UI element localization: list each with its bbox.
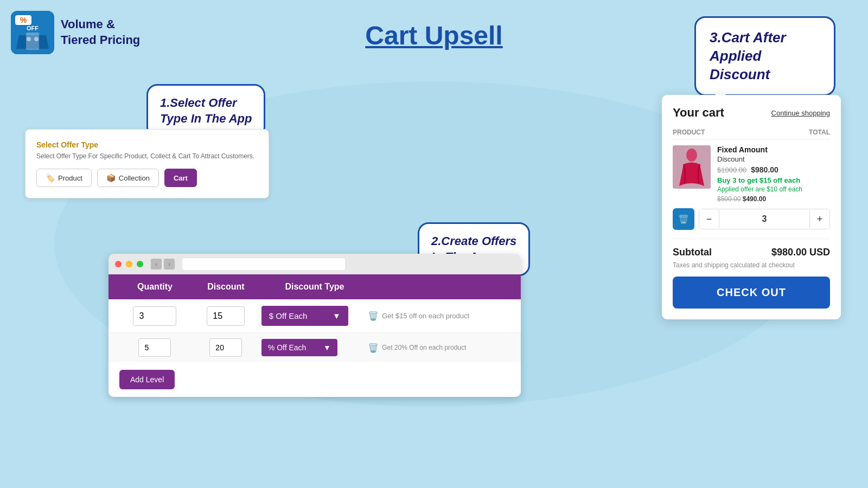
row2-type-label: % Off Each bbox=[268, 343, 307, 352]
table-row: % Off Each ▼ 🗑️ Get 20% Off on each prod… bbox=[108, 333, 521, 362]
row2-help-text: Get 20% Off on each product bbox=[382, 344, 466, 351]
app-logo-icon: % OFF bbox=[11, 11, 54, 54]
cart-item-details: Fixed Amount Discount $1000.00 $980.00 B… bbox=[717, 145, 830, 203]
row1-discount-cell bbox=[190, 306, 261, 326]
logo-area: % OFF Volume & Tiered Pricing bbox=[11, 11, 140, 54]
row2-type-dropdown-icon: ▼ bbox=[323, 343, 331, 352]
cart-item-applied: Applied offer are $10 off each bbox=[717, 185, 830, 193]
offer-type-panel: Select Offer Type Select Offer Type For … bbox=[25, 129, 269, 198]
cart-item-price-after: $490.00 bbox=[743, 195, 766, 203]
offer-type-description: Select Offer Type For Specific Product, … bbox=[36, 152, 258, 160]
table-header: Quantity Discount Discount Type bbox=[108, 274, 521, 299]
offer-type-title: Select Offer Type bbox=[36, 140, 258, 149]
row1-help-cell: 🗑️ Get $15 off on each product bbox=[368, 311, 510, 321]
row2-discount-cell bbox=[190, 338, 261, 357]
header-empty bbox=[368, 282, 510, 292]
speech-bubble-cart-after: 3.Cart After Applied Discount bbox=[694, 16, 835, 96]
cart-item-sale-price: $980.00 bbox=[751, 165, 778, 174]
browser-maximize-dot[interactable] bbox=[137, 261, 143, 267]
browser-minimize-dot[interactable] bbox=[126, 261, 132, 267]
row1-quantity-input[interactable] bbox=[133, 306, 176, 326]
row1-type-dropdown-icon: ▼ bbox=[333, 311, 341, 320]
cart-item-original-price: $1000.00 bbox=[717, 166, 746, 174]
row2-type-cell: % Off Each ▼ bbox=[261, 339, 368, 356]
offer-type-buttons: 🏷️ Product 📦 Collection Cart bbox=[36, 169, 258, 187]
cart-item-image-inner bbox=[673, 145, 711, 189]
subtotal-value: $980.00 USD bbox=[771, 247, 830, 258]
row2-help-cell: 🗑️ Get 20% Off on each product bbox=[368, 343, 510, 353]
cart-button[interactable]: Cart bbox=[164, 169, 197, 187]
checkout-button[interactable]: CHECK OUT bbox=[673, 277, 830, 309]
cart-item-promo: Buy 3 to get $15 off each bbox=[717, 176, 830, 184]
svg-point-8 bbox=[686, 149, 697, 162]
product-image-svg bbox=[673, 145, 711, 189]
logo-text: Volume & Tiered Pricing bbox=[61, 17, 140, 48]
svg-point-6 bbox=[34, 37, 39, 41]
cart-col-product: PRODUCT bbox=[673, 129, 705, 136]
page-title: Cart Upsell bbox=[365, 21, 502, 50]
subtotal-row: Subtotal $980.00 USD bbox=[673, 239, 830, 258]
offers-browser-window: ‹ › Quantity Discount Discount Type $ Of… bbox=[108, 254, 521, 397]
continue-shopping-link[interactable]: Continue shopping bbox=[771, 109, 830, 117]
svg-rect-4 bbox=[26, 33, 39, 50]
cart-item-image bbox=[673, 145, 711, 189]
browser-forward-button[interactable]: › bbox=[164, 259, 175, 269]
row1-trash-icon[interactable]: 🗑️ bbox=[368, 311, 379, 321]
browser-close-dot[interactable] bbox=[115, 261, 122, 267]
logo-svg: % OFF bbox=[11, 11, 54, 54]
browser-topbar: ‹ › bbox=[108, 254, 521, 274]
quantity-increase-button[interactable]: + bbox=[810, 209, 829, 229]
add-level-row: Add Level bbox=[108, 362, 521, 397]
svg-point-5 bbox=[27, 37, 31, 41]
cart-button-label: Cart bbox=[174, 174, 188, 182]
quantity-value: 3 bbox=[719, 210, 810, 228]
cart-item-prices: $500.00 $490.00 bbox=[717, 195, 830, 203]
quantity-controls: − 3 + bbox=[699, 209, 830, 229]
row1-discount-input[interactable] bbox=[207, 306, 245, 326]
row2-trash-icon[interactable]: 🗑️ bbox=[368, 343, 379, 353]
cart-columns: PRODUCT TOTAL bbox=[673, 129, 830, 140]
cart-title: Your cart bbox=[673, 106, 724, 120]
cart-item: Fixed Amount Discount $1000.00 $980.00 B… bbox=[673, 145, 830, 203]
subtotal-label: Subtotal bbox=[673, 247, 712, 258]
row1-type-select[interactable]: $ Off Each ▼ bbox=[261, 306, 348, 326]
browser-back-button[interactable]: ‹ bbox=[151, 259, 162, 269]
header-discount: Discount bbox=[190, 282, 261, 292]
product-label: Product bbox=[58, 174, 82, 182]
svg-text:%: % bbox=[20, 16, 27, 24]
header-quantity: Quantity bbox=[119, 282, 190, 292]
cart-item-sub: Discount bbox=[717, 155, 830, 163]
cart-controls: 🗑️ − 3 + bbox=[673, 208, 830, 230]
header-discount-type: Discount Type bbox=[261, 282, 368, 292]
collection-button[interactable]: 📦 Collection bbox=[97, 169, 159, 187]
collection-label: Collection bbox=[119, 174, 150, 182]
delete-item-button[interactable]: 🗑️ bbox=[673, 208, 694, 230]
row1-type-label: $ Off Each bbox=[269, 311, 308, 320]
quantity-decrease-button[interactable]: − bbox=[699, 209, 719, 229]
add-level-button[interactable]: Add Level bbox=[119, 370, 175, 389]
row2-discount-input[interactable] bbox=[209, 338, 242, 357]
row1-qty-cell bbox=[119, 306, 190, 326]
row2-type-select[interactable]: % Off Each ▼ bbox=[261, 339, 337, 356]
row2-qty-cell bbox=[119, 338, 190, 357]
cart-item-name: Fixed Amount bbox=[717, 145, 830, 154]
table-row: $ Off Each ▼ 🗑️ Get $15 off on each prod… bbox=[108, 299, 521, 333]
browser-url-bar[interactable] bbox=[182, 258, 345, 270]
offers-table: Quantity Discount Discount Type $ Off Ea… bbox=[108, 274, 521, 397]
row2-quantity-input[interactable] bbox=[138, 338, 171, 357]
cart-col-total: TOTAL bbox=[809, 129, 830, 136]
tax-note: Taxes and shipping calculated at checkou… bbox=[673, 261, 830, 269]
browser-nav: ‹ › bbox=[151, 259, 175, 269]
collection-icon: 📦 bbox=[106, 174, 116, 182]
row1-help-text: Get $15 off on each product bbox=[382, 312, 469, 320]
svg-text:OFF: OFF bbox=[27, 25, 39, 31]
row1-type-cell: $ Off Each ▼ bbox=[261, 306, 368, 326]
product-icon: 🏷️ bbox=[46, 174, 55, 182]
cart-header: Your cart Continue shopping bbox=[673, 106, 830, 120]
cart-item-price-before: $500.00 bbox=[717, 195, 741, 203]
cart-panel: Your cart Continue shopping PRODUCT TOTA… bbox=[662, 95, 841, 319]
product-button[interactable]: 🏷️ Product bbox=[36, 169, 92, 187]
